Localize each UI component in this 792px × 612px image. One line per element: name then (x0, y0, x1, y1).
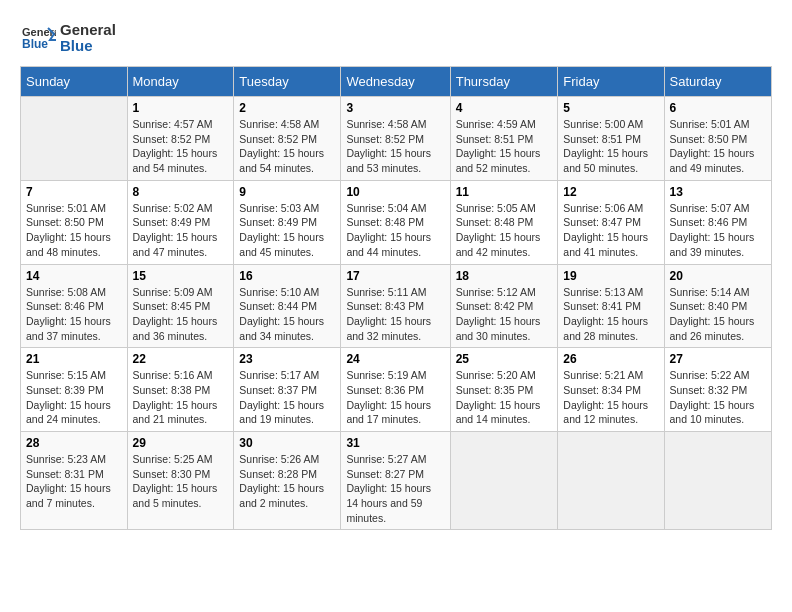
day-cell (664, 432, 771, 530)
day-cell: 1 Sunrise: 4:57 AM Sunset: 8:52 PM Dayli… (127, 97, 234, 181)
col-header-sunday: Sunday (21, 67, 128, 97)
logo: General Blue General Blue (20, 20, 116, 56)
day-cell (21, 97, 128, 181)
day-info: Sunrise: 5:11 AM Sunset: 8:43 PM Dayligh… (346, 285, 444, 344)
day-cell: 27 Sunrise: 5:22 AM Sunset: 8:32 PM Dayl… (664, 348, 771, 432)
day-cell: 18 Sunrise: 5:12 AM Sunset: 8:42 PM Dayl… (450, 264, 558, 348)
day-info: Sunrise: 5:01 AM Sunset: 8:50 PM Dayligh… (670, 117, 766, 176)
day-number: 16 (239, 269, 335, 283)
day-info: Sunrise: 5:07 AM Sunset: 8:46 PM Dayligh… (670, 201, 766, 260)
day-cell: 16 Sunrise: 5:10 AM Sunset: 8:44 PM Dayl… (234, 264, 341, 348)
day-info: Sunrise: 5:14 AM Sunset: 8:40 PM Dayligh… (670, 285, 766, 344)
day-cell (558, 432, 664, 530)
day-cell: 13 Sunrise: 5:07 AM Sunset: 8:46 PM Dayl… (664, 180, 771, 264)
day-info: Sunrise: 5:23 AM Sunset: 8:31 PM Dayligh… (26, 452, 122, 511)
day-cell: 20 Sunrise: 5:14 AM Sunset: 8:40 PM Dayl… (664, 264, 771, 348)
day-number: 21 (26, 352, 122, 366)
day-cell: 15 Sunrise: 5:09 AM Sunset: 8:45 PM Dayl… (127, 264, 234, 348)
day-number: 23 (239, 352, 335, 366)
col-header-monday: Monday (127, 67, 234, 97)
day-cell: 31 Sunrise: 5:27 AM Sunset: 8:27 PM Dayl… (341, 432, 450, 530)
day-info: Sunrise: 5:10 AM Sunset: 8:44 PM Dayligh… (239, 285, 335, 344)
week-row-5: 28 Sunrise: 5:23 AM Sunset: 8:31 PM Dayl… (21, 432, 772, 530)
day-cell: 3 Sunrise: 4:58 AM Sunset: 8:52 PM Dayli… (341, 97, 450, 181)
day-cell: 2 Sunrise: 4:58 AM Sunset: 8:52 PM Dayli… (234, 97, 341, 181)
day-cell: 5 Sunrise: 5:00 AM Sunset: 8:51 PM Dayli… (558, 97, 664, 181)
day-info: Sunrise: 5:00 AM Sunset: 8:51 PM Dayligh… (563, 117, 658, 176)
day-info: Sunrise: 5:15 AM Sunset: 8:39 PM Dayligh… (26, 368, 122, 427)
day-cell: 7 Sunrise: 5:01 AM Sunset: 8:50 PM Dayli… (21, 180, 128, 264)
day-number: 6 (670, 101, 766, 115)
day-cell: 6 Sunrise: 5:01 AM Sunset: 8:50 PM Dayli… (664, 97, 771, 181)
day-info: Sunrise: 5:16 AM Sunset: 8:38 PM Dayligh… (133, 368, 229, 427)
day-number: 20 (670, 269, 766, 283)
day-info: Sunrise: 4:57 AM Sunset: 8:52 PM Dayligh… (133, 117, 229, 176)
day-number: 1 (133, 101, 229, 115)
day-info: Sunrise: 5:13 AM Sunset: 8:41 PM Dayligh… (563, 285, 658, 344)
day-cell: 29 Sunrise: 5:25 AM Sunset: 8:30 PM Dayl… (127, 432, 234, 530)
day-info: Sunrise: 5:12 AM Sunset: 8:42 PM Dayligh… (456, 285, 553, 344)
day-cell: 12 Sunrise: 5:06 AM Sunset: 8:47 PM Dayl… (558, 180, 664, 264)
day-cell: 19 Sunrise: 5:13 AM Sunset: 8:41 PM Dayl… (558, 264, 664, 348)
day-info: Sunrise: 5:03 AM Sunset: 8:49 PM Dayligh… (239, 201, 335, 260)
day-cell: 22 Sunrise: 5:16 AM Sunset: 8:38 PM Dayl… (127, 348, 234, 432)
col-header-wednesday: Wednesday (341, 67, 450, 97)
day-cell: 8 Sunrise: 5:02 AM Sunset: 8:49 PM Dayli… (127, 180, 234, 264)
day-number: 10 (346, 185, 444, 199)
day-cell: 21 Sunrise: 5:15 AM Sunset: 8:39 PM Dayl… (21, 348, 128, 432)
day-info: Sunrise: 5:19 AM Sunset: 8:36 PM Dayligh… (346, 368, 444, 427)
day-number: 17 (346, 269, 444, 283)
day-info: Sunrise: 5:06 AM Sunset: 8:47 PM Dayligh… (563, 201, 658, 260)
day-number: 31 (346, 436, 444, 450)
day-info: Sunrise: 5:08 AM Sunset: 8:46 PM Dayligh… (26, 285, 122, 344)
day-info: Sunrise: 4:59 AM Sunset: 8:51 PM Dayligh… (456, 117, 553, 176)
day-cell: 25 Sunrise: 5:20 AM Sunset: 8:35 PM Dayl… (450, 348, 558, 432)
day-number: 22 (133, 352, 229, 366)
day-number: 29 (133, 436, 229, 450)
day-number: 12 (563, 185, 658, 199)
day-number: 8 (133, 185, 229, 199)
day-cell: 9 Sunrise: 5:03 AM Sunset: 8:49 PM Dayli… (234, 180, 341, 264)
day-number: 27 (670, 352, 766, 366)
day-info: Sunrise: 5:02 AM Sunset: 8:49 PM Dayligh… (133, 201, 229, 260)
day-info: Sunrise: 5:21 AM Sunset: 8:34 PM Dayligh… (563, 368, 658, 427)
day-info: Sunrise: 5:17 AM Sunset: 8:37 PM Dayligh… (239, 368, 335, 427)
day-cell: 30 Sunrise: 5:26 AM Sunset: 8:28 PM Dayl… (234, 432, 341, 530)
day-number: 25 (456, 352, 553, 366)
day-number: 15 (133, 269, 229, 283)
week-row-2: 7 Sunrise: 5:01 AM Sunset: 8:50 PM Dayli… (21, 180, 772, 264)
day-info: Sunrise: 5:27 AM Sunset: 8:27 PM Dayligh… (346, 452, 444, 525)
day-number: 18 (456, 269, 553, 283)
day-cell: 28 Sunrise: 5:23 AM Sunset: 8:31 PM Dayl… (21, 432, 128, 530)
day-number: 24 (346, 352, 444, 366)
day-number: 4 (456, 101, 553, 115)
day-cell: 4 Sunrise: 4:59 AM Sunset: 8:51 PM Dayli… (450, 97, 558, 181)
day-cell: 24 Sunrise: 5:19 AM Sunset: 8:36 PM Dayl… (341, 348, 450, 432)
page-header: General Blue General Blue (20, 20, 772, 56)
day-number: 28 (26, 436, 122, 450)
day-info: Sunrise: 5:22 AM Sunset: 8:32 PM Dayligh… (670, 368, 766, 427)
col-header-friday: Friday (558, 67, 664, 97)
day-number: 2 (239, 101, 335, 115)
day-number: 13 (670, 185, 766, 199)
calendar-table: SundayMondayTuesdayWednesdayThursdayFrid… (20, 66, 772, 530)
week-row-3: 14 Sunrise: 5:08 AM Sunset: 8:46 PM Dayl… (21, 264, 772, 348)
svg-text:Blue: Blue (22, 37, 48, 51)
week-row-1: 1 Sunrise: 4:57 AM Sunset: 8:52 PM Dayli… (21, 97, 772, 181)
day-info: Sunrise: 5:26 AM Sunset: 8:28 PM Dayligh… (239, 452, 335, 511)
col-header-tuesday: Tuesday (234, 67, 341, 97)
day-cell: 23 Sunrise: 5:17 AM Sunset: 8:37 PM Dayl… (234, 348, 341, 432)
day-cell: 17 Sunrise: 5:11 AM Sunset: 8:43 PM Dayl… (341, 264, 450, 348)
day-number: 9 (239, 185, 335, 199)
day-number: 5 (563, 101, 658, 115)
day-number: 19 (563, 269, 658, 283)
day-cell: 10 Sunrise: 5:04 AM Sunset: 8:48 PM Dayl… (341, 180, 450, 264)
day-cell (450, 432, 558, 530)
day-number: 11 (456, 185, 553, 199)
day-info: Sunrise: 5:01 AM Sunset: 8:50 PM Dayligh… (26, 201, 122, 260)
day-number: 14 (26, 269, 122, 283)
week-row-4: 21 Sunrise: 5:15 AM Sunset: 8:39 PM Dayl… (21, 348, 772, 432)
day-info: Sunrise: 5:05 AM Sunset: 8:48 PM Dayligh… (456, 201, 553, 260)
day-number: 26 (563, 352, 658, 366)
col-header-thursday: Thursday (450, 67, 558, 97)
